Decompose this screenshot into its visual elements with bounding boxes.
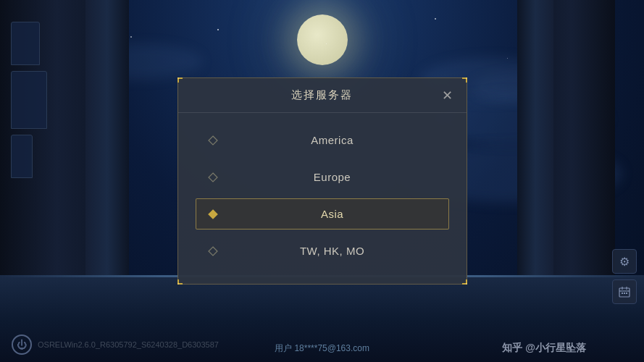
close-button[interactable]: ✕	[439, 87, 456, 104]
svg-rect-5	[624, 292, 625, 294]
right-icons-panel: ⚙	[612, 249, 637, 304]
corner-br-decoration	[453, 271, 468, 285]
watermark: 知乎 @小行星坠落	[502, 342, 586, 355]
calendar-icon-button[interactable]	[612, 279, 637, 304]
server-item-tw-hk-mo[interactable]: TW, HK, MO	[196, 235, 449, 266]
server-item-europe[interactable]: Europe	[196, 161, 449, 193]
dialog-overlay: 选择服务器 ✕ America Eur	[0, 0, 644, 362]
dialog-title-bar: 选择服务器 ✕	[178, 78, 467, 113]
settings-icon-button[interactable]: ⚙	[612, 249, 637, 274]
power-button[interactable]: ⏻	[12, 334, 32, 355]
server-select-dialog: 选择服务器 ✕ America Eur	[177, 77, 467, 285]
user-info: 用户 18****75@163.com	[275, 342, 369, 355]
server-item-america[interactable]: America	[196, 125, 449, 156]
corner-bl-decoration	[177, 271, 191, 285]
radio-icon-america	[208, 135, 218, 146]
radio-icon-europe	[208, 172, 218, 182]
user-label: 用户	[275, 343, 292, 353]
svg-rect-4	[622, 292, 623, 294]
server-name-tw-hk-mo: TW, HK, MO	[228, 245, 437, 257]
server-name-asia: Asia	[228, 208, 437, 220]
server-name-europe: Europe	[228, 171, 437, 183]
server-name-america: America	[228, 134, 437, 146]
server-item-asia[interactable]: Asia	[196, 198, 449, 230]
radio-icon-tw-hk-mo	[208, 246, 218, 256]
svg-rect-6	[626, 292, 627, 294]
user-email: 18****75@163.com	[294, 343, 369, 353]
dialog-title-text: 选择服务器	[291, 88, 353, 102]
version-text: OSRELWin2.6.0_R6305792_S6240328_D6303587	[38, 340, 219, 349]
server-list: America Europe Asia	[178, 113, 467, 284]
radio-icon-asia	[208, 209, 218, 219]
